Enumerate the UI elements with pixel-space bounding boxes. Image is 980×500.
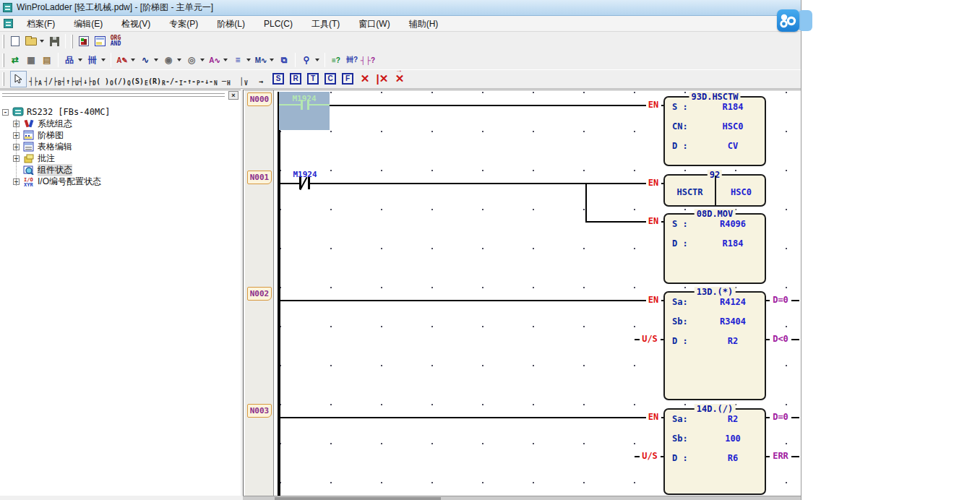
tool-coil-not[interactable]: (/)Q [113, 71, 131, 87]
param-value[interactable]: R2 [707, 414, 759, 424]
tool-contact-rising[interactable]: ┤↑├U [61, 71, 79, 87]
ladder-query-button[interactable]: 卌? [344, 52, 360, 68]
param-value[interactable]: HSC0 [707, 121, 759, 132]
tree-item-io-config-status[interactable]: + I/OXYR I/O编号配置状态 [0, 176, 241, 187]
network-grid-button[interactable]: 卌 [85, 52, 100, 68]
dropdown-icon[interactable] [177, 59, 181, 61]
rung-wire[interactable] [280, 300, 646, 301]
dropdown-icon[interactable] [246, 59, 251, 61]
dropdown-icon[interactable] [154, 59, 158, 61]
tool-pulse-falling[interactable]: -↓-N [200, 71, 218, 87]
dropdown-icon[interactable] [131, 59, 135, 61]
branch-wire[interactable] [585, 184, 587, 222]
project-tree-button[interactable]: 品 [61, 52, 77, 68]
tool-continue-arrow[interactable]: → [252, 71, 270, 87]
horizontal-scrollbar[interactable] [243, 496, 801, 500]
delete-column-button[interactable]: |✕ [374, 72, 391, 85]
component-dialog-button[interactable] [76, 33, 92, 49]
dropdown-icon[interactable] [200, 59, 205, 61]
scrollbar-thumb[interactable] [275, 497, 441, 500]
tool-contact-nc[interactable]: ┤/├B [44, 71, 61, 87]
param-value[interactable]: R3404 [707, 316, 759, 327]
block-cell-right[interactable]: HSC0 [716, 187, 766, 197]
toolbar-grip[interactable] [2, 35, 4, 48]
tree-item-table-edit[interactable]: + 表格编辑 [0, 141, 241, 152]
ladder-window-button[interactable] [92, 33, 108, 49]
tree-item-system-config[interactable]: + 系统组态 [0, 118, 241, 129]
signal-a-button[interactable]: A∿ [207, 52, 223, 68]
list-edit-button[interactable]: ≡ [230, 52, 246, 68]
param-value[interactable]: R2 [707, 336, 759, 346]
menu-file[interactable]: 档案(F) [17, 16, 64, 32]
dropdown-icon[interactable] [315, 59, 319, 61]
param-value[interactable]: R4124 [707, 297, 759, 307]
tool-horizontal-line[interactable]: ─H [218, 71, 235, 87]
tree-item-comments[interactable]: + 批注 [0, 152, 241, 164]
menu-view[interactable]: 检视(V) [112, 16, 160, 32]
rung-wire[interactable] [310, 183, 646, 184]
tool-coil-set[interactable]: (S)E [131, 71, 148, 87]
open-file-button[interactable] [23, 33, 39, 49]
tool-coil[interactable]: ( )O [96, 71, 113, 87]
param-value[interactable]: 100 [707, 434, 759, 444]
toolbar-grip[interactable] [2, 53, 4, 67]
panel-grip[interactable] [2, 92, 225, 94]
tool-counter-instruction[interactable]: C [324, 73, 336, 85]
param-value[interactable]: CV [707, 141, 759, 151]
tool-timer-instruction[interactable]: T [307, 73, 319, 85]
param-value[interactable]: R4096 [707, 219, 759, 229]
function-block-multiply[interactable]: 13D.(*) Sa:R4124 Sb:R3404 D :R2 [663, 291, 766, 400]
dropdown-icon[interactable] [223, 59, 228, 61]
tool-contact-no[interactable]: ┤├A [27, 71, 44, 87]
function-block-mov[interactable]: 08D.MOV S :R4096 D :R184 [663, 213, 766, 284]
rung-wire[interactable] [280, 183, 299, 184]
baidu-netdisk-icon[interactable] [777, 9, 799, 32]
param-value[interactable]: R184 [707, 102, 759, 112]
motor-monitor-a-button[interactable]: ◉ [160, 52, 176, 68]
delete-element-button[interactable]: ✕ [356, 72, 374, 85]
signal-m-button[interactable]: M∿ [253, 52, 269, 68]
child-window-icon[interactable] [4, 19, 13, 28]
tool-pulse-rising[interactable]: -↑-P [183, 71, 200, 87]
tool-reset-instruction[interactable]: R [290, 73, 301, 85]
menu-edit[interactable]: 编辑(E) [64, 16, 112, 32]
menu-help[interactable]: 辅助(H) [400, 16, 448, 32]
collapse-icon[interactable]: - [2, 109, 9, 116]
panel-grip[interactable] [2, 95, 225, 97]
save-button[interactable] [46, 33, 62, 49]
select-cursor-button[interactable] [10, 71, 27, 87]
open-dropdown-icon[interactable] [40, 40, 44, 43]
dropdown-icon[interactable] [101, 59, 106, 61]
new-file-button[interactable] [7, 33, 23, 49]
tree-root[interactable]: - RS232 [FBs-40MC] [0, 106, 241, 118]
menu-ladder[interactable]: 阶梯(L) [207, 16, 254, 32]
status-query-button[interactable]: ≡? [328, 52, 344, 68]
panel-header[interactable]: × [0, 90, 241, 100]
dropdown-icon[interactable] [78, 59, 82, 61]
toolbar-grip[interactable] [2, 72, 4, 86]
rung-wire[interactable] [280, 417, 646, 418]
desktop-icon-partial[interactable] [798, 10, 812, 31]
network-label-n002[interactable]: N002 [247, 287, 272, 301]
tool-vertical-line[interactable]: │V [235, 71, 252, 87]
param-value[interactable]: R184 [707, 238, 759, 249]
title-bar[interactable]: WinProLadder [轻工机械.pdw] - [阶梯图 - 主单元一] [0, 0, 801, 16]
dropdown-icon[interactable] [270, 59, 274, 61]
tree-item-ladder-diagram[interactable]: + 阶梯图 [0, 129, 241, 141]
function-block-hsctw[interactable]: 93D.HSCTW S :R184 CN:HSC0 D :CV [663, 96, 766, 166]
mcu-config-button[interactable]: ▦ [23, 52, 39, 68]
org-and-view-button[interactable]: ORG AND [108, 33, 124, 49]
swap-elements-button[interactable]: ⇄ [7, 52, 23, 68]
zoom-document-button[interactable]: ⚲ [298, 52, 314, 68]
menu-tools[interactable]: 工具(T) [302, 16, 349, 32]
contact-query-button[interactable]: ┤├? [360, 52, 376, 68]
tree-item-component-status[interactable]: 组件状态 [0, 164, 241, 176]
menu-plc[interactable]: PLC(C) [254, 16, 302, 32]
function-block-divide[interactable]: 14D.(/) Sa:R2 Sb:100 D :R6 [663, 408, 766, 495]
table-cut-button[interactable]: ⧉ [276, 52, 292, 68]
toolbar-grip[interactable] [71, 35, 73, 48]
tool-set-instruction[interactable]: S [272, 73, 284, 85]
menu-window[interactable]: 窗口(W) [349, 16, 399, 32]
tool-function-instruction[interactable]: F [342, 73, 353, 85]
address-book-button[interactable]: ▤ [39, 52, 55, 68]
